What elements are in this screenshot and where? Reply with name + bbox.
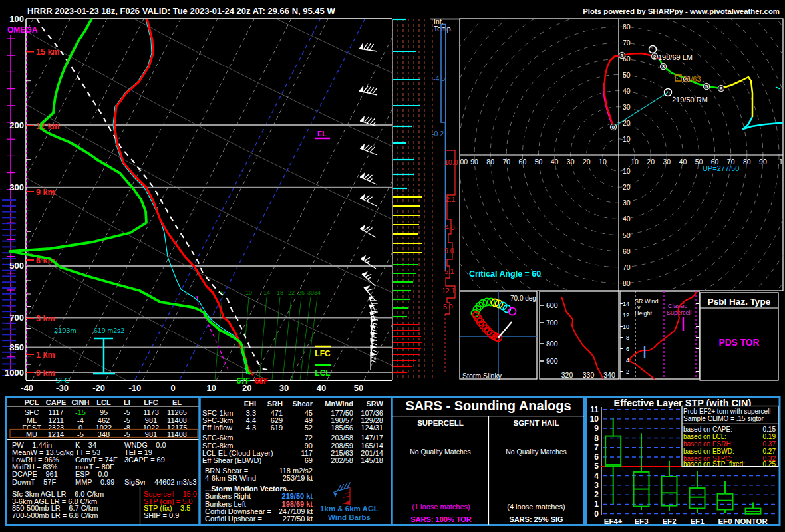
svg-text:UP=277/50: UP=277/50 (703, 164, 739, 172)
svg-text:SFC-6km: SFC-6km (202, 434, 233, 442)
svg-text:52: 52 (305, 424, 313, 432)
svg-text:SGFNT HAIL: SGFNT HAIL (514, 419, 559, 427)
svg-text:-15: -15 (75, 408, 86, 416)
svg-text:247/109 kt: 247/109 kt (279, 507, 313, 515)
svg-text:Corfidi Downshear =: Corfidi Downshear = (205, 507, 271, 515)
svg-text:4: 4 (626, 357, 629, 364)
svg-text:based on ESRH:: based on ESRH: (683, 440, 733, 448)
svg-text:30: 30 (279, 383, 289, 393)
svg-text:95: 95 (100, 408, 108, 416)
svg-text:320: 320 (561, 371, 573, 379)
svg-text:69: 69 (305, 456, 313, 464)
svg-text:60: 60 (623, 247, 631, 255)
svg-text:9 km: 9 km (36, 188, 55, 197)
svg-text:2: 2 (653, 54, 657, 60)
svg-text:SFC: SFC (25, 408, 39, 416)
svg-text:EF4+: EF4+ (604, 517, 623, 525)
svg-text:-40: -40 (21, 383, 33, 393)
svg-text:-5: -5 (124, 408, 130, 416)
svg-text:50: 50 (623, 231, 631, 239)
svg-text:LFC: LFC (315, 349, 331, 358)
svg-text:50: 50 (535, 158, 543, 166)
svg-text:10.0: 10.0 (444, 158, 458, 166)
svg-text:500: 500 (9, 261, 24, 271)
svg-text:50: 50 (354, 383, 363, 393)
svg-text:Eff Shear (EBWD): Eff Shear (EBWD) (202, 456, 261, 464)
svg-text:18: 18 (277, 289, 283, 296)
svg-text:34: 34 (314, 289, 321, 296)
svg-text:0.19: 0.19 (763, 433, 776, 440)
svg-text:118 m2/s2: 118 m2/s2 (279, 467, 313, 475)
svg-text:147/17: 147/17 (361, 434, 383, 442)
svg-text:14: 14 (623, 301, 629, 307)
svg-text:619: 619 (271, 424, 283, 432)
svg-text:PCL: PCL (25, 398, 39, 406)
svg-text:based on LCL:: based on LCL: (683, 433, 726, 440)
svg-text:40: 40 (679, 158, 687, 166)
svg-text:40: 40 (623, 215, 631, 223)
svg-text:EF0: EF0 (718, 517, 732, 525)
svg-text:24/63: 24/63 (683, 75, 701, 83)
svg-text:12.1: 12.1 (442, 287, 456, 295)
svg-text:4.8: 4.8 (445, 223, 455, 231)
svg-text:1km & 6km AGL: 1km & 6km AGL (320, 505, 379, 513)
svg-text:7: 7 (594, 443, 599, 452)
svg-text:...Storm Motion Vectors...: ...Storm Motion Vectors... (205, 485, 293, 493)
svg-text:SHIP = 0.9: SHIP = 0.9 (144, 511, 179, 519)
svg-text:219/50 kt: 219/50 kt (282, 492, 313, 500)
svg-text:90: 90 (759, 158, 767, 166)
svg-text:40: 40 (623, 87, 631, 95)
svg-text:SRW: SRW (367, 400, 384, 408)
svg-text:SARS - Sounding Analogs: SARS - Sounding Analogs (405, 398, 571, 413)
svg-text:700: 700 (546, 319, 558, 327)
svg-text:-30: -30 (56, 383, 69, 393)
svg-text:800: 800 (546, 340, 558, 348)
svg-text:1: 1 (779, 158, 783, 166)
svg-text:Prob EF2+ torn with supercell: Prob EF2+ torn with supercell (683, 408, 770, 415)
svg-text:LCL-EL (Cloud Layer): LCL-EL (Cloud Layer) (202, 449, 273, 457)
svg-text:700-500mb LR = 6.8 C/km: 700-500mb LR = 6.8 C/km (12, 511, 98, 519)
svg-text:10: 10 (590, 414, 599, 424)
svg-text:50: 50 (695, 158, 703, 166)
svg-text:0 km: 0 km (36, 368, 55, 378)
svg-text:Corfidi Upshear =: Corfidi Upshear = (205, 515, 262, 523)
svg-text:0.15: 0.15 (763, 426, 776, 433)
svg-text:CINH: CINH (72, 398, 90, 406)
svg-text:SARS: 100% TOR: SARS: 100% TOR (410, 515, 472, 523)
svg-text:Classic: Classic (668, 303, 688, 309)
svg-text:70.0 deg: 70.0 deg (510, 295, 536, 302)
svg-text:Plots powered by SHARPpy - www: Plots powered by SHARPpy - www.pivotalwe… (583, 7, 780, 15)
svg-text:200: 200 (9, 120, 24, 130)
svg-text:11265: 11265 (167, 408, 187, 416)
svg-text:850: 850 (9, 342, 24, 352)
svg-text:14: 14 (263, 289, 270, 296)
svg-text:based on STP_fixed:: based on STP_fixed: (683, 460, 745, 467)
svg-text:20: 20 (583, 158, 591, 166)
svg-text:30: 30 (623, 199, 631, 207)
svg-text:0.37: 0.37 (763, 440, 776, 448)
svg-text:600: 600 (546, 301, 558, 309)
svg-text:165/14: 165/14 (361, 442, 383, 450)
svg-text:203/58: 203/58 (331, 434, 353, 442)
svg-text:2193m: 2193m (54, 327, 77, 334)
svg-text:124/31: 124/31 (361, 424, 383, 432)
svg-text:30: 30 (623, 103, 631, 111)
svg-text:2: 2 (626, 368, 629, 375)
svg-text:215/63: 215/63 (331, 449, 353, 457)
svg-text:1: 1 (594, 499, 599, 509)
svg-text:117: 117 (301, 449, 313, 457)
svg-text:BRN Shear =: BRN Shear = (205, 467, 248, 475)
svg-text:2: 2 (594, 490, 599, 499)
svg-text:3: 3 (662, 64, 665, 70)
svg-text:Psbl Haz. Type: Psbl Haz. Type (708, 297, 771, 307)
svg-text:50: 50 (623, 71, 631, 79)
svg-text:EF2: EF2 (662, 517, 676, 525)
svg-text:10: 10 (623, 323, 629, 330)
svg-text:208/59: 208/59 (331, 442, 353, 450)
svg-text:10: 10 (207, 383, 216, 393)
svg-text:12: 12 (623, 312, 629, 319)
svg-text:6: 6 (720, 86, 723, 92)
svg-text:5.0: 5.0 (443, 303, 453, 311)
svg-text:8: 8 (594, 434, 599, 443)
svg-text:26: 26 (298, 289, 305, 296)
